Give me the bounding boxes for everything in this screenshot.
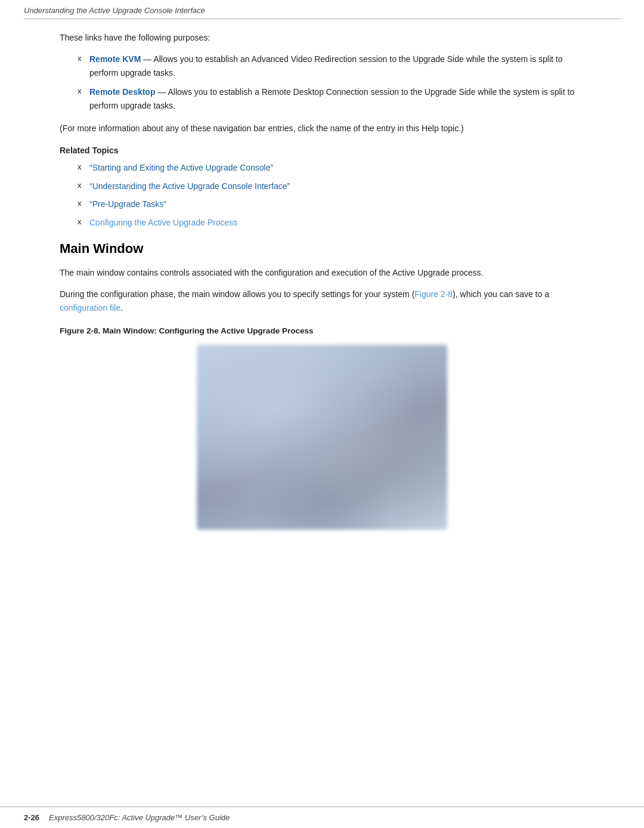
main-window-heading: Main Window — [60, 241, 584, 257]
links-list: Remote KVM — Allows you to establish an … — [78, 52, 584, 112]
related-link-1[interactable]: “Starting and Exiting the Active Upgrade… — [89, 163, 273, 172]
list-item-remote-desktop: Remote Desktop — Allows you to establish… — [78, 85, 584, 112]
related-link-3[interactable]: “Pre-Upgrade Tasks” — [89, 199, 166, 209]
para2-suffix: . — [120, 303, 123, 313]
page-container: Understanding the Active Upgrade Console… — [0, 0, 644, 828]
related-item-2: “Understanding the Active Upgrade Consol… — [78, 180, 584, 193]
note-paragraph: (For more information about any of these… — [60, 122, 584, 135]
related-topics-list: “Starting and Exiting the Active Upgrade… — [78, 161, 584, 229]
remote-kvm-link[interactable]: Remote KVM — [89, 54, 141, 64]
related-item-3: “Pre-Upgrade Tasks” — [78, 197, 584, 211]
main-window-para2: During the configuration phase, the main… — [60, 288, 584, 314]
main-window-para1: The main window contains controls associ… — [60, 266, 584, 279]
related-link-4[interactable]: Configuring the Active Upgrade Process — [89, 218, 237, 227]
content-area: These links have the following purposes:… — [0, 19, 644, 807]
related-item-4: Configuring the Active Upgrade Process — [78, 216, 584, 229]
remote-kvm-desc: — Allows you to establish an Advanced Vi… — [89, 54, 563, 77]
remote-desktop-link[interactable]: Remote Desktop — [89, 87, 155, 97]
footer-area: 2-26 Express5800/320Fc: Active Upgrade™ … — [0, 807, 644, 828]
related-item-1: “Starting and Exiting the Active Upgrade… — [78, 161, 584, 174]
related-topics-heading: Related Topics — [60, 146, 584, 155]
intro-paragraph: These links have the following purposes: — [60, 31, 584, 44]
config-file-link[interactable]: configuration file — [60, 303, 120, 313]
list-item-remote-kvm: Remote KVM — Allows you to establish an … — [78, 52, 584, 79]
header-text: Understanding the Active Upgrade Console… — [0, 0, 644, 18]
para2-prefix: During the configuration phase, the main… — [60, 289, 414, 299]
figure-2-8-link[interactable]: Figure 2-8 — [414, 289, 453, 299]
footer-page-num: 2-26 — [24, 813, 39, 822]
related-link-2[interactable]: “Understanding the Active Upgrade Consol… — [89, 181, 290, 191]
figure-caption: Figure 2-8. Main Window: Configuring the… — [60, 326, 584, 335]
footer-title: Express5800/320Fc: Active Upgrade™ User’… — [49, 813, 230, 822]
figure-2-8-image — [197, 345, 447, 530]
remote-desktop-desc: — Allows you to establish a Remote Deskt… — [89, 87, 574, 110]
para2-mid: ), which you can save to a — [453, 289, 549, 299]
